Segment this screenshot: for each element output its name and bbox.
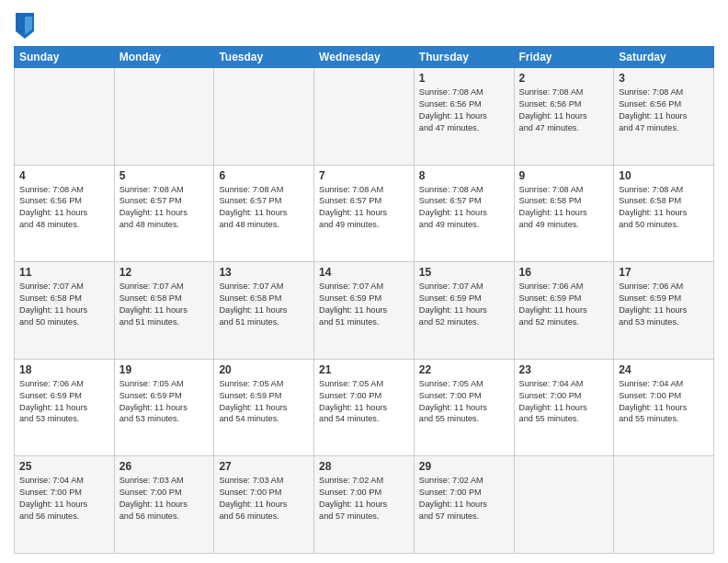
calendar-cell: [314, 68, 415, 166]
day-of-week-header: Tuesday: [214, 47, 314, 68]
day-info: Sunrise: 7:08 AM Sunset: 6:56 PM Dayligh…: [519, 86, 609, 134]
day-info: Sunrise: 7:04 AM Sunset: 7:00 PM Dayligh…: [619, 378, 709, 426]
day-number: 13: [219, 266, 309, 279]
day-number: 5: [119, 169, 210, 182]
calendar-cell: 10Sunrise: 7:08 AM Sunset: 6:58 PM Dayli…: [614, 165, 714, 262]
calendar-cell: 16Sunrise: 7:06 AM Sunset: 6:59 PM Dayli…: [514, 262, 614, 360]
calendar-cell: 28Sunrise: 7:02 AM Sunset: 7:00 PM Dayli…: [314, 456, 415, 554]
calendar-cell: 27Sunrise: 7:03 AM Sunset: 7:00 PM Dayli…: [214, 456, 314, 554]
day-info: Sunrise: 7:05 AM Sunset: 7:00 PM Dayligh…: [419, 378, 509, 426]
calendar-week-row: 25Sunrise: 7:04 AM Sunset: 7:00 PM Dayli…: [15, 456, 714, 554]
day-of-week-header: Monday: [114, 47, 214, 68]
day-number: 4: [19, 169, 109, 182]
calendar-cell: 14Sunrise: 7:07 AM Sunset: 6:59 PM Dayli…: [314, 262, 415, 360]
day-number: 19: [119, 363, 210, 376]
calendar-week-row: 18Sunrise: 7:06 AM Sunset: 6:59 PM Dayli…: [15, 359, 714, 456]
day-info: Sunrise: 7:05 AM Sunset: 7:00 PM Dayligh…: [319, 378, 409, 426]
calendar-cell: 19Sunrise: 7:05 AM Sunset: 6:59 PM Dayli…: [114, 359, 214, 456]
day-number: 12: [119, 266, 210, 279]
day-number: 3: [619, 72, 709, 85]
calendar-cell: 18Sunrise: 7:06 AM Sunset: 6:59 PM Dayli…: [15, 359, 115, 456]
day-of-week-header: Sunday: [15, 47, 115, 68]
day-info: Sunrise: 7:08 AM Sunset: 6:57 PM Dayligh…: [419, 184, 509, 232]
day-number: 7: [319, 169, 409, 182]
calendar-table: SundayMondayTuesdayWednesdayThursdayFrid…: [14, 46, 714, 554]
calendar-week-row: 4Sunrise: 7:08 AM Sunset: 6:56 PM Daylig…: [15, 165, 714, 262]
day-info: Sunrise: 7:07 AM Sunset: 6:58 PM Dayligh…: [119, 281, 210, 328]
calendar-cell: [15, 68, 115, 166]
day-number: 2: [519, 72, 609, 85]
day-number: 25: [19, 460, 109, 473]
day-number: 8: [419, 169, 509, 182]
calendar-cell: [214, 68, 314, 166]
day-info: Sunrise: 7:08 AM Sunset: 6:58 PM Dayligh…: [519, 184, 609, 232]
calendar-week-row: 11Sunrise: 7:07 AM Sunset: 6:58 PM Dayli…: [15, 262, 714, 360]
day-number: 15: [419, 266, 509, 279]
day-number: 20: [219, 363, 309, 376]
day-info: Sunrise: 7:02 AM Sunset: 7:00 PM Dayligh…: [319, 475, 409, 523]
calendar-cell: 24Sunrise: 7:04 AM Sunset: 7:00 PM Dayli…: [614, 359, 714, 456]
day-number: 14: [319, 266, 409, 279]
day-info: Sunrise: 7:03 AM Sunset: 7:00 PM Dayligh…: [219, 475, 309, 523]
calendar-cell: 20Sunrise: 7:05 AM Sunset: 6:59 PM Dayli…: [214, 359, 314, 456]
day-info: Sunrise: 7:08 AM Sunset: 6:57 PM Dayligh…: [219, 184, 309, 232]
day-number: 10: [619, 169, 709, 182]
day-number: 11: [19, 266, 109, 279]
day-info: Sunrise: 7:08 AM Sunset: 6:56 PM Dayligh…: [619, 86, 709, 134]
day-of-week-header: Wednesday: [314, 47, 415, 68]
day-info: Sunrise: 7:06 AM Sunset: 6:59 PM Dayligh…: [619, 281, 709, 328]
calendar-header-row: SundayMondayTuesdayWednesdayThursdayFrid…: [15, 47, 714, 68]
calendar-cell: 11Sunrise: 7:07 AM Sunset: 6:58 PM Dayli…: [15, 262, 115, 360]
day-number: 1: [419, 72, 509, 85]
day-number: 6: [219, 169, 309, 182]
day-of-week-header: Saturday: [614, 47, 714, 68]
logo: [14, 13, 38, 39]
day-number: 26: [119, 460, 210, 473]
day-number: 22: [419, 363, 509, 376]
calendar-cell: 6Sunrise: 7:08 AM Sunset: 6:57 PM Daylig…: [214, 165, 314, 262]
day-info: Sunrise: 7:06 AM Sunset: 6:59 PM Dayligh…: [519, 281, 609, 328]
day-number: 28: [319, 460, 409, 473]
calendar-cell: 25Sunrise: 7:04 AM Sunset: 7:00 PM Dayli…: [15, 456, 115, 554]
calendar-cell: [614, 456, 714, 554]
calendar-cell: 13Sunrise: 7:07 AM Sunset: 6:58 PM Dayli…: [214, 262, 314, 360]
day-of-week-header: Thursday: [414, 47, 514, 68]
day-info: Sunrise: 7:04 AM Sunset: 7:00 PM Dayligh…: [19, 475, 109, 523]
day-number: 18: [19, 363, 109, 376]
day-info: Sunrise: 7:07 AM Sunset: 6:58 PM Dayligh…: [219, 281, 309, 328]
calendar-cell: 4Sunrise: 7:08 AM Sunset: 6:56 PM Daylig…: [15, 165, 115, 262]
page: SundayMondayTuesdayWednesdayThursdayFrid…: [0, 0, 728, 563]
calendar-cell: 17Sunrise: 7:06 AM Sunset: 6:59 PM Dayli…: [614, 262, 714, 360]
day-number: 21: [319, 363, 409, 376]
logo-icon: [16, 13, 34, 39]
calendar-cell: 22Sunrise: 7:05 AM Sunset: 7:00 PM Dayli…: [414, 359, 514, 456]
day-info: Sunrise: 7:07 AM Sunset: 6:58 PM Dayligh…: [19, 281, 109, 328]
calendar-cell: 7Sunrise: 7:08 AM Sunset: 6:57 PM Daylig…: [314, 165, 415, 262]
day-number: 9: [519, 169, 609, 182]
day-number: 16: [519, 266, 609, 279]
calendar-cell: 12Sunrise: 7:07 AM Sunset: 6:58 PM Dayli…: [114, 262, 214, 360]
day-number: 17: [619, 266, 709, 279]
calendar-cell: 5Sunrise: 7:08 AM Sunset: 6:57 PM Daylig…: [114, 165, 214, 262]
day-number: 27: [219, 460, 309, 473]
calendar-cell: 3Sunrise: 7:08 AM Sunset: 6:56 PM Daylig…: [614, 68, 714, 166]
calendar-cell: 8Sunrise: 7:08 AM Sunset: 6:57 PM Daylig…: [414, 165, 514, 262]
calendar-cell: 23Sunrise: 7:04 AM Sunset: 7:00 PM Dayli…: [514, 359, 614, 456]
day-number: 24: [619, 363, 709, 376]
day-info: Sunrise: 7:06 AM Sunset: 6:59 PM Dayligh…: [19, 378, 109, 426]
calendar-cell: 9Sunrise: 7:08 AM Sunset: 6:58 PM Daylig…: [514, 165, 614, 262]
calendar-cell: 1Sunrise: 7:08 AM Sunset: 6:56 PM Daylig…: [414, 68, 514, 166]
day-info: Sunrise: 7:05 AM Sunset: 6:59 PM Dayligh…: [219, 378, 309, 426]
calendar-cell: 2Sunrise: 7:08 AM Sunset: 6:56 PM Daylig…: [514, 68, 614, 166]
calendar-week-row: 1Sunrise: 7:08 AM Sunset: 6:56 PM Daylig…: [15, 68, 714, 166]
day-info: Sunrise: 7:08 AM Sunset: 6:56 PM Dayligh…: [419, 86, 509, 134]
day-number: 29: [419, 460, 509, 473]
day-info: Sunrise: 7:02 AM Sunset: 7:00 PM Dayligh…: [419, 475, 509, 523]
day-number: 23: [519, 363, 609, 376]
calendar-cell: [114, 68, 214, 166]
day-info: Sunrise: 7:08 AM Sunset: 6:58 PM Dayligh…: [619, 184, 709, 232]
header: [14, 9, 714, 39]
day-info: Sunrise: 7:05 AM Sunset: 6:59 PM Dayligh…: [119, 378, 210, 426]
calendar-cell: 15Sunrise: 7:07 AM Sunset: 6:59 PM Dayli…: [414, 262, 514, 360]
day-info: Sunrise: 7:08 AM Sunset: 6:57 PM Dayligh…: [319, 184, 409, 232]
